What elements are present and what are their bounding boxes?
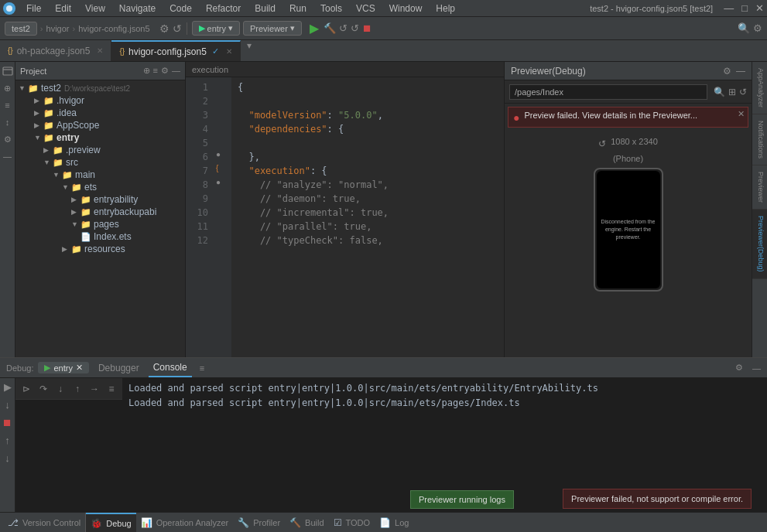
debug-stop-icon[interactable]: ⏹: [2, 417, 12, 428]
bottom-tab-profiler[interactable]: 🔧 Profiler: [233, 513, 285, 532]
debug-run-button[interactable]: ↺: [351, 22, 359, 34]
side-tab-notifications[interactable]: Notifications: [752, 114, 767, 165]
code-line-10: // "incremental": true,: [238, 206, 498, 220]
debug-up-icon[interactable]: ↑: [5, 435, 10, 446]
tree-entrybackup[interactable]: ▶ 📁 entrybackupabi: [15, 206, 185, 218]
tree-resources[interactable]: ▶ 📁 resources: [15, 243, 185, 255]
tree-root[interactable]: ▼ 📁 test2 D:\workspace\test2: [15, 82, 185, 94]
bottom-tab-log[interactable]: 📄 Log: [375, 513, 413, 532]
previewer-close-icon[interactable]: —: [736, 66, 745, 77]
tree-pages[interactable]: ▼ 📁 pages: [15, 218, 185, 230]
tree-main[interactable]: ▼ 📁 main: [15, 169, 185, 181]
project-icon[interactable]: [2, 65, 14, 77]
side-tab-previewer-debug[interactable]: Previewer(Debug): [752, 210, 767, 279]
debug-play-icon[interactable]: ▶: [4, 381, 12, 393]
error-text: Preview failed. View details in the Prev…: [524, 111, 697, 120]
menu-run[interactable]: Run: [283, 2, 313, 15]
settings-icon[interactable]: ⚙: [159, 22, 169, 35]
panel-settings-icon[interactable]: ⚙: [161, 66, 169, 76]
search-everywhere-icon[interactable]: 🔍: [738, 22, 750, 34]
previewer-path[interactable]: /pages/Index: [509, 84, 707, 100]
menu-refactor[interactable]: Refactor: [200, 2, 247, 15]
more-tabs-icon[interactable]: ▾: [244, 40, 255, 61]
tree-idea[interactable]: ▶ 📁 .idea: [15, 107, 185, 119]
project-selector[interactable]: test2: [5, 22, 37, 36]
toolbar-step-over-icon[interactable]: ↷: [36, 381, 51, 397]
menu-view[interactable]: View: [79, 2, 111, 15]
tree-ets[interactable]: ▼ 📁 ets: [15, 181, 185, 193]
menu-build[interactable]: Build: [248, 2, 282, 15]
menu-help[interactable]: Help: [430, 2, 461, 15]
bottom-tab-version-control[interactable]: ⎇ Version Control: [3, 513, 86, 532]
error-dot-icon: ●: [513, 111, 519, 124]
refresh-device-icon[interactable]: ↺: [598, 138, 606, 149]
menu-vcs[interactable]: VCS: [350, 2, 382, 15]
tab-close-hvigor[interactable]: ✕: [226, 47, 232, 56]
tree-hvigor[interactable]: ▶ 📁 .hvigor: [15, 94, 185, 107]
gear-small-icon[interactable]: ⚙: [2, 133, 14, 145]
menu-window[interactable]: Window: [383, 2, 429, 15]
toolbar-run-to-cursor-icon[interactable]: →: [87, 381, 102, 397]
close-btn[interactable]: ✕: [755, 2, 764, 14]
entry-selector[interactable]: ▶ entry ▾: [192, 21, 240, 36]
tab-hvigor-config[interactable]: {} hvigor-config.json5 ✓ ✕: [111, 40, 240, 61]
menu-file[interactable]: File: [20, 2, 47, 15]
refresh-button[interactable]: ↺: [339, 22, 348, 34]
debug-settings-icon[interactable]: ⚙: [735, 363, 743, 373]
rotate-icon[interactable]: ↺: [739, 87, 747, 97]
debug-session-selector[interactable]: ▶ entry ✕: [38, 362, 88, 373]
tree-entryability[interactable]: ▶ 📁 entryability: [15, 193, 185, 206]
toolbar-step-out-icon[interactable]: ↑: [70, 381, 85, 397]
previewer-logs-button[interactable]: Previewer running logs: [410, 490, 514, 509]
settings-global-icon[interactable]: ⚙: [753, 22, 762, 34]
sync-icon[interactable]: ↺: [173, 22, 182, 35]
toolbar-step-into-icon[interactable]: ↓: [53, 381, 68, 397]
run-button[interactable]: ▶: [310, 21, 319, 36]
debug-tab-console[interactable]: Console: [149, 358, 192, 377]
side-tab-previewer[interactable]: Previewer: [752, 165, 767, 210]
structure-icon[interactable]: ↕: [2, 116, 14, 128]
build-button[interactable]: 🔨: [324, 22, 336, 34]
debug-tab-debugger[interactable]: Debugger: [94, 358, 144, 377]
debug-minimize-icon[interactable]: —: [752, 363, 761, 373]
tree-src[interactable]: ▼ 📁 src: [15, 156, 185, 169]
vc-label: Version Control: [22, 518, 80, 527]
menu-edit[interactable]: Edit: [49, 2, 77, 15]
tab-close-oh[interactable]: ✕: [97, 46, 103, 55]
previewer-selector[interactable]: Previewer ▾: [243, 21, 302, 36]
search-icon[interactable]: 🔍: [714, 87, 725, 97]
toolbar-evaluate-icon[interactable]: ≡: [104, 381, 119, 397]
bottom-tab-todo[interactable]: ☑ TODO: [329, 513, 375, 532]
stop-button[interactable]: ⏹: [362, 22, 372, 34]
debug-down-icon[interactable]: ↓: [5, 452, 10, 464]
menu-code[interactable]: Code: [163, 2, 198, 15]
previewer-settings-icon[interactable]: ⚙: [723, 66, 731, 77]
debug-step-over-icon[interactable]: ↓: [5, 399, 10, 411]
line-num-2: 2: [190, 94, 208, 108]
minimize-btn[interactable]: —: [724, 2, 734, 14]
list-icon[interactable]: ≡: [2, 99, 14, 111]
toolbar-resume-icon[interactable]: ⊳: [19, 381, 34, 397]
tree-index-ets[interactable]: 📄 Index.ets: [15, 230, 185, 243]
tree-preview[interactable]: ▶ 📁 .preview: [15, 144, 185, 156]
menu-navigate[interactable]: Navigate: [113, 2, 162, 15]
side-tab-appanalyzer[interactable]: AppAnalyzer: [752, 62, 767, 114]
tab-oh-package[interactable]: {} oh-package.json5 ✕: [0, 40, 111, 61]
menu-tools[interactable]: Tools: [314, 2, 348, 15]
bottom-tab-debug[interactable]: 🐞 Debug: [86, 513, 135, 532]
multi-device-icon[interactable]: ⊞: [728, 87, 736, 97]
panel-minimize-icon[interactable]: —: [172, 66, 180, 76]
panel-list-icon[interactable]: ≡: [153, 66, 158, 76]
bookmark-icon[interactable]: ⊕: [2, 82, 14, 94]
bottom-tab-operation-analyzer[interactable]: 📊 Operation Analyzer: [136, 513, 234, 532]
tree-appscope[interactable]: ▶ 📁 AppScope: [15, 119, 185, 131]
log-icon: 📄: [379, 517, 391, 528]
code-editor[interactable]: { "modelVersion": "5.0.0", "dependencies…: [231, 77, 504, 357]
bottom-tab-build[interactable]: 🔨 Build: [285, 513, 328, 532]
error-close-icon[interactable]: ✕: [738, 109, 745, 119]
console-options-icon[interactable]: ≡: [200, 363, 204, 373]
maximize-btn[interactable]: □: [741, 2, 748, 14]
tree-entry[interactable]: ▼ 📁 entry: [15, 131, 185, 144]
panel-sync-icon[interactable]: ⊕: [143, 66, 150, 76]
minus-icon[interactable]: —: [2, 150, 14, 162]
